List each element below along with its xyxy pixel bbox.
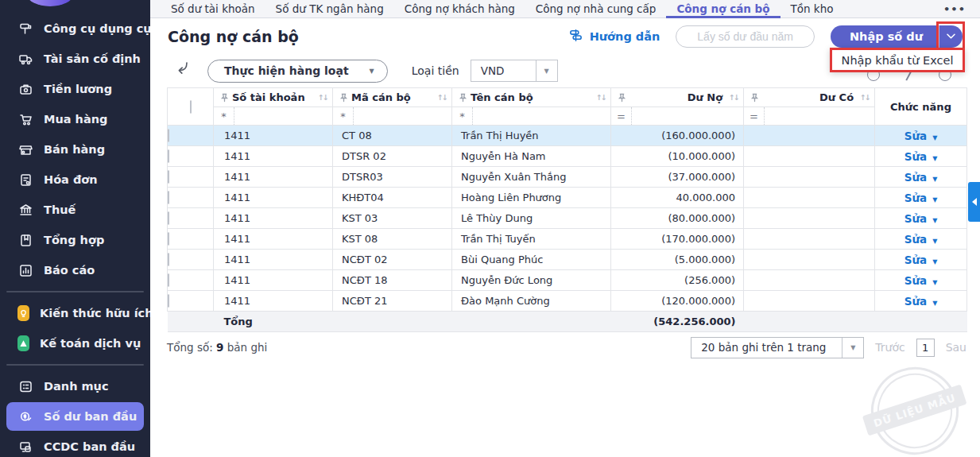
guide-link[interactable]: Hướng dẫn [568,28,660,45]
chevron-down-icon[interactable] [939,25,963,48]
edit-row-button[interactable]: Sửa [904,130,927,142]
column-header-debit[interactable]: Dư Nợ [629,91,726,103]
sidebar-item-so-du-ban-dau[interactable]: Số dư ban đầu [6,402,144,431]
filter-input-name[interactable] [473,107,610,125]
row-action-caret-icon[interactable]: ▼ [932,217,937,224]
edit-row-button[interactable]: Sửa [904,254,927,266]
tab-cong-no-nha-cung-cap[interactable]: Công nợ nhà cung cấp [525,0,667,17]
pin-icon[interactable] [339,93,348,103]
sidebar-item-tai-san-co-dinh[interactable]: Tài sản cố định [6,45,144,73]
sidebar-item-ke-toan-dich-vu[interactable]: Kế toán dịch vụ [6,329,144,358]
filter-input-debit[interactable] [632,107,743,125]
currency-select[interactable]: VND ▼ [471,60,558,82]
filter-operator[interactable]: * [333,107,354,125]
table-row[interactable]: 1411 DTSR03 Nguyễn Xuân Thắng (37.000.00… [168,167,967,188]
sort-icon[interactable]: ↑↓ [596,93,606,102]
sidebar-item-tong-hop[interactable]: Tổng hợp [6,226,144,254]
knowledge-icon [17,305,29,321]
row-checkbox[interactable] [168,211,169,225]
edit-row-button[interactable]: Sửa [904,212,927,225]
sidebar-item-bao-cao[interactable]: Báo cáo [6,256,144,285]
table-row[interactable]: 1411 KST 03 Lê Thùy Dung (80.000.000) Sử… [168,208,967,229]
app-window: Công cụ dụng cụ Tài sản cố định Tiền lươ… [0,0,980,457]
prev-page-button[interactable]: Trước [875,341,904,354]
tab-cong-no-can-bo[interactable]: Công nợ cán bộ [666,0,780,17]
get-opening-balance-button[interactable]: Lấy số dư đầu năm [676,25,815,48]
sort-icon[interactable]: ↑↓ [318,93,327,102]
row-action-caret-icon[interactable]: ▼ [932,300,937,307]
edit-row-button[interactable]: Sửa [904,274,927,287]
sort-icon[interactable]: ↑↓ [729,93,738,102]
filter-operator[interactable]: * [452,107,473,125]
pin-icon[interactable] [459,93,467,103]
page-size-select[interactable]: 20 bản ghi trên 1 trang ▼ [691,337,864,358]
sidebar-item-mua-hang[interactable]: Mua hàng [6,105,144,134]
row-checkbox[interactable] [168,191,169,204]
tab-so-du-tk-ngan-hang[interactable]: Số dư TK ngân hàng [265,0,394,17]
edit-row-button[interactable]: Sửa [904,295,927,308]
sidebar-item-kien-thuc-huu-ich[interactable]: Kiến thức hữu ích [6,299,144,327]
import-excel-menu-item[interactable]: Nhập khẩu từ Excel [830,48,965,72]
table-row[interactable]: 1411 KHĐT04 Hoàng Liên Phương 40.000.000… [168,188,967,208]
column-header-account[interactable]: Số tài khoản [232,91,315,103]
table-row[interactable]: 1411 NCĐT 21 Đào Mạnh Cường (120.000.000… [168,291,967,312]
row-checkbox[interactable] [168,273,169,287]
row-checkbox[interactable] [168,170,169,184]
bulk-action-select[interactable]: Thực hiện hàng loạt ▼ [207,60,388,83]
more-tabs-icon[interactable]: ••• [929,0,980,17]
tab-cong-no-khach-hang[interactable]: Công nợ khách hàng [394,0,525,17]
sidebar-item-ban-hang[interactable]: Bán hàng [6,135,144,164]
row-action-caret-icon[interactable]: ▼ [932,196,937,203]
table-row[interactable]: 1411 DTSR 02 Nguyễn Hà Nam (10.000.000) … [168,146,967,167]
column-header-name[interactable]: Tên cán bộ [471,91,593,103]
edit-row-button[interactable]: Sửa [904,150,927,163]
row-checkbox[interactable] [168,253,169,266]
tab-so-du-tai-khoan[interactable]: Số dư tài khoản [161,0,265,17]
import-balance-button[interactable]: Nhập số dư [831,25,963,48]
sidebar-item-danh-muc[interactable]: Danh mục [6,372,144,401]
filter-input-account[interactable] [234,107,332,125]
row-action-caret-icon[interactable]: ▼ [932,258,937,265]
table-row[interactable]: 1411 NCĐT 02 Bùi Quang Phúc (5.000.000) … [168,250,967,270]
pin-icon[interactable] [220,93,229,103]
row-checkbox[interactable] [168,149,169,163]
flow-down-arrow-icon[interactable] [174,60,192,81]
panel-collapse-handle[interactable] [968,182,980,222]
edit-row-button[interactable]: Sửa [904,192,927,204]
sidebar-item-cong-cu-dung-cu[interactable]: Công cụ dụng cụ [6,14,144,43]
row-action-caret-icon[interactable]: ▼ [932,279,937,286]
row-action-caret-icon[interactable]: ▼ [932,155,937,162]
filter-input-code[interactable] [354,107,451,125]
column-header-credit[interactable]: Dư Có [762,91,857,103]
sidebar-item-thue[interactable]: Thuế [6,196,144,224]
sidebar-item-tien-luong[interactable]: Tiền lương [6,75,144,103]
row-checkbox[interactable] [168,232,169,246]
table-row[interactable]: 1411 KST 08 Trần Thị Tuyến (170.000.000)… [168,229,967,250]
row-action-caret-icon[interactable]: ▼ [932,176,937,183]
tab-bar: Số dư tài khoản Số dư TK ngân hàng Công … [150,0,980,18]
edit-row-button[interactable]: Sửa [904,233,927,246]
edit-row-button[interactable]: Sửa [904,171,927,184]
sidebar-item-hoa-don[interactable]: Hóa đơn [6,165,144,194]
select-all-checkbox[interactable] [190,100,192,114]
sort-icon[interactable]: ↑↓ [437,93,447,102]
filter-operator[interactable]: = [611,107,632,125]
table-row[interactable]: 1411 NCĐT 18 Nguyễn Đức Long (256.000) S… [168,270,967,291]
filter-operator[interactable]: * [214,107,234,125]
sidebar-item-label: Danh mục [44,380,109,393]
row-action-caret-icon[interactable]: ▼ [932,238,937,245]
filter-operator[interactable]: = [744,107,765,125]
filter-input-credit[interactable] [765,107,874,125]
row-checkbox[interactable] [168,294,169,308]
pin-icon[interactable] [750,93,759,103]
tab-ton-kho[interactable]: Tồn kho [781,0,844,17]
table-row[interactable]: 1411 CT 08 Trần Thị Huyền (160.000.000) … [168,126,967,146]
next-page-button[interactable]: Sau [946,341,966,354]
row-action-caret-icon[interactable]: ▼ [932,134,937,141]
sort-icon[interactable]: ↑↓ [860,93,870,102]
row-checkbox[interactable] [168,129,169,142]
pin-icon[interactable] [618,93,626,103]
sidebar-item-ccdc-ban-dau[interactable]: CCDC ban đầu [6,432,144,457]
column-header-code[interactable]: Mã cán bộ [351,91,434,103]
current-page-indicator[interactable]: 1 [916,339,935,357]
